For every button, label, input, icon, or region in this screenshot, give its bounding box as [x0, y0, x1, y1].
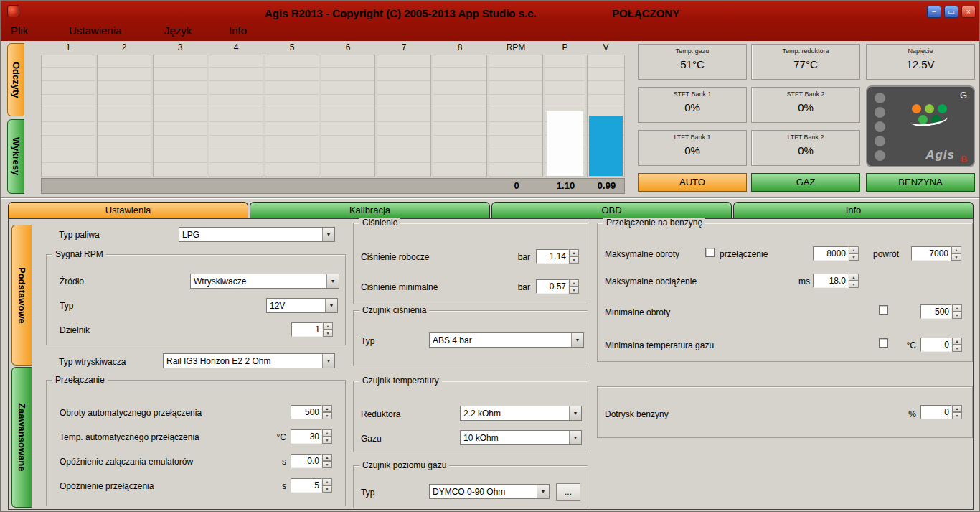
- readings-area: Odczyty Wykresy 1 2 3 4 5 6 7 8 RPM P V: [1, 41, 980, 196]
- group-czujnik-temperatury: Czujnik temperatury Reduktora 2.2 kOhm ▼…: [353, 381, 588, 452]
- tab-wykresy[interactable]: Wykresy: [7, 119, 24, 194]
- tab-podstawowe[interactable]: Podstawowe: [11, 225, 32, 366]
- typ-paliwa-combo[interactable]: LPG ▼: [179, 227, 335, 242]
- spin-down-icon[interactable]: ▼: [322, 412, 332, 419]
- rpm-typ-combo[interactable]: 12V ▼: [266, 298, 338, 313]
- benzyna-mode-button[interactable]: BENZYNA: [866, 173, 975, 192]
- tab-obd[interactable]: OBD: [491, 202, 732, 218]
- maks-obciazenie-spinner[interactable]: ▲▼: [849, 274, 859, 288]
- tab-odczyty[interactable]: Odczyty: [7, 43, 24, 116]
- spin-up-icon[interactable]: ▲: [323, 322, 333, 330]
- tab-ustawienia[interactable]: Ustawienia: [8, 202, 248, 218]
- min-obroty-spinner[interactable]: ▲▼: [952, 304, 962, 319]
- spin-up-icon[interactable]: ▲: [322, 429, 332, 437]
- maks-obciazenie-input[interactable]: [813, 274, 849, 288]
- spin-up-icon[interactable]: ▲: [952, 304, 962, 312]
- gaz-mode-button[interactable]: GAZ: [751, 173, 860, 192]
- chevron-down-icon[interactable]: ▼: [571, 333, 583, 347]
- temp-auto-spinner[interactable]: ▲▼: [322, 429, 332, 444]
- reading-ltft-bank2: LTFT Bank 2 0%: [751, 130, 860, 166]
- spin-up-icon[interactable]: ▲: [322, 478, 332, 485]
- spin-down-icon[interactable]: ▼: [569, 287, 579, 294]
- gazu-combo[interactable]: 10 kOhm ▼: [460, 430, 582, 445]
- powrot-spinner[interactable]: ▲▼: [951, 246, 961, 261]
- min-temp-input[interactable]: [920, 338, 952, 352]
- spin-up-icon[interactable]: ▲: [952, 405, 962, 412]
- menu-plik[interactable]: Plik: [11, 24, 28, 37]
- menu-ustawienia[interactable]: Ustawienia: [69, 24, 121, 37]
- spin-down-icon[interactable]: ▼: [322, 437, 332, 444]
- przelaczenie-checkbox[interactable]: [705, 248, 715, 257]
- poziom-more-button[interactable]: ...: [556, 483, 580, 501]
- zrodlo-combo[interactable]: Wtryskiwacze ▼: [190, 274, 339, 289]
- obroty-auto-spinner[interactable]: ▲▼: [322, 405, 332, 419]
- logo-dot: [925, 104, 934, 113]
- spin-down-icon[interactable]: ▼: [952, 345, 962, 352]
- spin-up-icon[interactable]: ▲: [849, 246, 859, 253]
- emulator-delay-unit: s: [258, 457, 286, 467]
- dzielnik-spinner[interactable]: ▲▼: [323, 322, 333, 337]
- switch-delay-input[interactable]: [291, 478, 322, 493]
- spin-up-icon[interactable]: ▲: [569, 249, 579, 256]
- spin-down-icon[interactable]: ▼: [849, 253, 859, 261]
- menu-jezyk[interactable]: Język: [164, 24, 192, 37]
- dzielnik-label: Dzielnik: [60, 325, 90, 335]
- chevron-down-icon[interactable]: ▼: [325, 299, 337, 312]
- tab-kalibracja[interactable]: Kalibracja: [250, 202, 490, 218]
- spin-down-icon[interactable]: ▼: [322, 485, 332, 493]
- czujnik-cisnienia-combo[interactable]: ABS 4 bar ▼: [429, 332, 584, 348]
- spin-up-icon[interactable]: ▲: [849, 274, 859, 281]
- cisnienie-minimalne-label: Ciśnienie minimalne: [361, 282, 438, 292]
- emulator-delay-spinner[interactable]: ▲▼: [322, 454, 332, 468]
- group-przelaczenie-benzyna: Przełączenie na benzynę Maksymalne obrot…: [597, 223, 973, 362]
- chevron-down-icon[interactable]: ▼: [537, 485, 549, 498]
- cisnienie-robocze-input[interactable]: [536, 249, 569, 264]
- min-obroty-input[interactable]: [920, 304, 952, 319]
- spin-down-icon[interactable]: ▼: [952, 312, 962, 319]
- auto-mode-button[interactable]: AUTO: [638, 173, 747, 192]
- spin-up-icon[interactable]: ▲: [569, 279, 579, 287]
- spin-down-icon[interactable]: ▼: [951, 253, 961, 261]
- reduktora-label: Reduktora: [361, 409, 400, 419]
- min-temp-spinner[interactable]: ▲▼: [952, 338, 962, 352]
- window-controls: − ▭ ×: [927, 6, 976, 18]
- tab-info[interactable]: Info: [733, 202, 974, 218]
- chevron-down-icon[interactable]: ▼: [322, 354, 334, 368]
- spin-down-icon[interactable]: ▼: [323, 330, 333, 337]
- spin-down-icon[interactable]: ▼: [322, 461, 332, 468]
- typ-wtryskiwacza-combo[interactable]: Rail IG3 Horizon E2 2 Ohm ▼: [163, 353, 335, 368]
- agis-logo-panel: G Agis B: [866, 85, 975, 167]
- maks-obroty-spinner[interactable]: ▲▼: [849, 246, 859, 261]
- restore-button[interactable]: ▭: [944, 6, 958, 18]
- spin-down-icon[interactable]: ▼: [569, 256, 579, 264]
- spin-up-icon[interactable]: ▲: [322, 454, 332, 461]
- powrot-input[interactable]: [911, 246, 951, 261]
- dotrysk-input[interactable]: [920, 405, 952, 419]
- spin-up-icon[interactable]: ▲: [951, 246, 961, 253]
- spin-down-icon[interactable]: ▼: [952, 412, 962, 419]
- close-button[interactable]: ×: [961, 6, 976, 18]
- spin-up-icon[interactable]: ▲: [322, 405, 332, 412]
- poziom-typ-combo[interactable]: DYMCO 0-90 Ohm ▼: [429, 484, 550, 499]
- switch-delay-spinner[interactable]: ▲▼: [322, 478, 332, 493]
- cisnienie-robocze-spinner[interactable]: ▲▼: [569, 249, 579, 264]
- spin-down-icon[interactable]: ▼: [849, 281, 859, 288]
- obroty-auto-input[interactable]: [291, 405, 322, 419]
- reduktora-combo[interactable]: 2.2 kOhm ▼: [460, 406, 582, 421]
- dotrysk-spinner[interactable]: ▲▼: [952, 405, 962, 419]
- cisnienie-minimalne-spinner[interactable]: ▲▼: [569, 279, 579, 294]
- chevron-down-icon[interactable]: ▼: [569, 431, 581, 444]
- dzielnik-input[interactable]: [291, 322, 323, 337]
- menu-info[interactable]: Info: [229, 24, 247, 37]
- emulator-delay-input[interactable]: [291, 454, 322, 468]
- min-obroty-checkbox[interactable]: [879, 305, 888, 315]
- spin-up-icon[interactable]: ▲: [952, 338, 962, 345]
- chevron-down-icon[interactable]: ▼: [326, 274, 339, 288]
- maks-obroty-input[interactable]: [813, 246, 849, 261]
- temp-auto-input[interactable]: [291, 429, 322, 444]
- tab-zaawansowane[interactable]: Zaawansowane: [11, 367, 32, 508]
- cisnienie-minimalne-input[interactable]: [536, 279, 569, 294]
- minimize-button[interactable]: −: [927, 6, 941, 18]
- chevron-down-icon[interactable]: ▼: [322, 228, 334, 241]
- chevron-down-icon[interactable]: ▼: [569, 406, 581, 420]
